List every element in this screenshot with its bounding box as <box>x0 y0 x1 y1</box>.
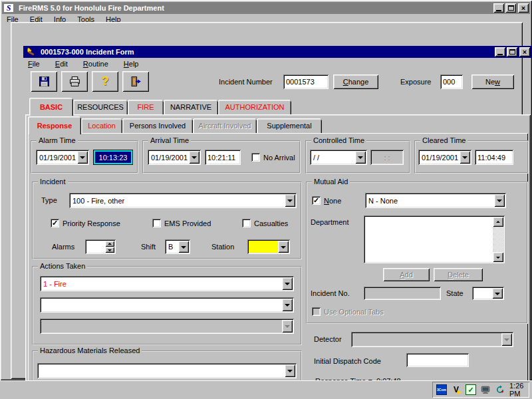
display-icon[interactable] <box>480 384 491 395</box>
menu-file[interactable]: File <box>28 60 40 68</box>
outer-titlebar: S FireRMS 5.0 for Honolulu Fire Departme… <box>2 2 530 14</box>
form-window-title: 0001573-000 Incident Form <box>41 48 134 56</box>
form-maximize-button[interactable] <box>507 47 517 57</box>
new-button[interactable]: New <box>471 74 514 89</box>
print-icon <box>69 76 80 87</box>
outer-menu-file[interactable]: File <box>7 15 19 22</box>
outer-menubar: File Edit Info Tools Help <box>7 15 339 22</box>
incident-form-window: 0001573-000 Incident Form × File Edit Ro… <box>11 22 523 379</box>
check-icon[interactable]: ✓ <box>466 384 476 395</box>
tab-narrative[interactable]: NARRATIVE <box>164 100 218 114</box>
print-button[interactable] <box>61 71 88 92</box>
virus-shield-icon[interactable]: V <box>451 384 462 395</box>
taskbar-clock: 1:26 PM <box>509 382 525 398</box>
firerms-app-icon: S <box>3 3 14 13</box>
incident-number-field[interactable]: 0001573 <box>283 74 329 89</box>
outer-menu-edit[interactable]: Edit <box>30 15 43 22</box>
save-button[interactable] <box>31 71 57 92</box>
help-icon: ? <box>102 74 109 88</box>
form-menubar: File Edit Routine Help <box>28 60 148 69</box>
tab-persons-involved[interactable]: Persons Involved <box>122 118 193 133</box>
maximize-button[interactable] <box>505 3 516 13</box>
tab-authorization[interactable]: AUTHORIZATION <box>218 100 291 114</box>
taskbar: Start Inbox - Microsoft Outlook S FireRM… <box>0 380 532 399</box>
help-button[interactable]: ? <box>92 71 118 92</box>
change-button[interactable]: Change <box>333 74 378 89</box>
form-close-button[interactable]: × <box>519 47 530 57</box>
menu-help[interactable]: Help <box>124 60 139 68</box>
form-titlebar: 0001573-000 Incident Form × <box>23 46 531 58</box>
tab-location[interactable]: Location <box>81 118 122 133</box>
minimize-button[interactable] <box>493 3 504 13</box>
incident-number-label: Incident Number <box>219 78 273 86</box>
exposure-field[interactable]: 000 <box>440 74 463 89</box>
refresh-icon[interactable] <box>495 384 505 395</box>
exit-icon <box>130 76 142 87</box>
response-tab-panel <box>28 133 528 395</box>
exit-button[interactable] <box>122 71 149 92</box>
outer-menu-tools[interactable]: Tools <box>77 15 94 22</box>
tab-supplemental[interactable]: Supplemental <box>257 118 322 133</box>
menu-edit[interactable]: Edit <box>55 60 68 68</box>
menu-routine[interactable]: Routine <box>83 60 108 68</box>
exposure-label: Exposure <box>400 78 431 86</box>
3com-icon[interactable]: 3Com <box>436 384 447 395</box>
close-button[interactable]: × <box>518 3 529 13</box>
tab-resources[interactable]: RESOURCES <box>73 100 128 114</box>
tab-fire[interactable]: FIRE <box>128 100 164 114</box>
flame-icon <box>25 47 36 57</box>
outer-menu-info[interactable]: Info <box>54 15 66 22</box>
save-icon <box>39 76 50 87</box>
form-minimize-button[interactable] <box>495 47 505 57</box>
outer-menu-help[interactable]: Help <box>106 15 121 22</box>
screen: S FireRMS 5.0 for Honolulu Fire Departme… <box>0 0 532 399</box>
tab-basic[interactable]: BASIC <box>29 98 73 116</box>
tab-response[interactable]: Response <box>28 116 81 134</box>
system-tray: 3Com V ✓ 1:26 PM <box>432 382 529 398</box>
tab-aircraft-involved: Aircraft Involved <box>193 118 257 133</box>
outer-window-title: FireRMS 5.0 for Honolulu Fire Department <box>19 4 164 12</box>
